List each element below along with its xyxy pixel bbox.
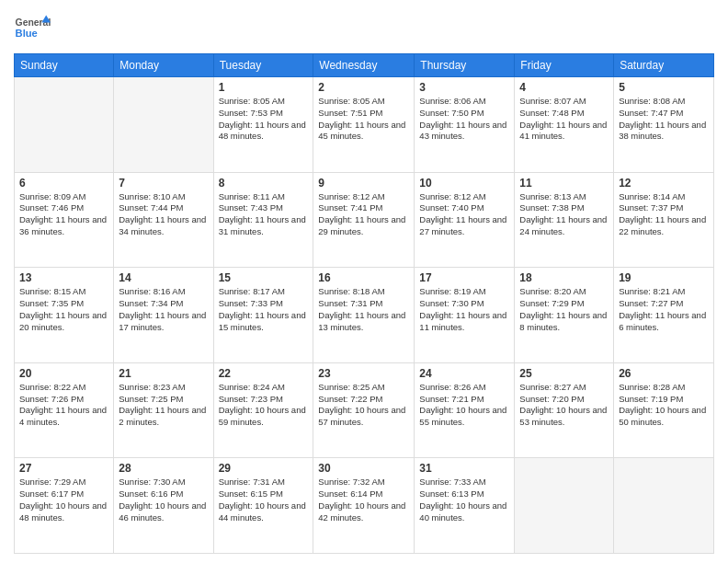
calendar-cell: 14Sunrise: 8:16 AM Sunset: 7:34 PM Dayli…	[114, 268, 213, 363]
day-number: 1	[219, 81, 309, 94]
day-info: Sunrise: 8:17 AM Sunset: 7:33 PM Dayligh…	[219, 286, 309, 333]
day-info: Sunrise: 8:15 AM Sunset: 7:35 PM Dayligh…	[19, 286, 108, 333]
calendar-cell: 27Sunrise: 7:29 AM Sunset: 6:17 PM Dayli…	[15, 458, 114, 554]
day-number: 15	[219, 271, 309, 284]
calendar-cell: 2Sunrise: 8:05 AM Sunset: 7:51 PM Daylig…	[313, 77, 415, 173]
day-number: 16	[318, 271, 409, 284]
calendar-cell: 9Sunrise: 8:12 AM Sunset: 7:41 PM Daylig…	[313, 172, 415, 268]
day-number: 23	[318, 367, 409, 380]
day-number: 4	[519, 81, 609, 94]
calendar-cell: 24Sunrise: 8:26 AM Sunset: 7:21 PM Dayli…	[415, 362, 515, 458]
day-info: Sunrise: 8:11 AM Sunset: 7:43 PM Dayligh…	[219, 191, 309, 238]
day-number: 24	[419, 367, 509, 380]
day-of-week-header: Wednesday	[313, 54, 415, 77]
day-of-week-header: Thursday	[415, 54, 515, 77]
calendar-cell: 22Sunrise: 8:24 AM Sunset: 7:23 PM Dayli…	[213, 362, 313, 458]
calendar-cell: 8Sunrise: 8:11 AM Sunset: 7:43 PM Daylig…	[213, 172, 313, 268]
calendar-cell: 4Sunrise: 8:07 AM Sunset: 7:48 PM Daylig…	[515, 77, 614, 173]
day-number: 19	[619, 271, 709, 284]
day-info: Sunrise: 8:07 AM Sunset: 7:48 PM Dayligh…	[519, 96, 609, 143]
day-info: Sunrise: 8:08 AM Sunset: 7:47 PM Dayligh…	[619, 96, 709, 143]
calendar-cell: 6Sunrise: 8:09 AM Sunset: 7:46 PM Daylig…	[15, 172, 114, 268]
day-info: Sunrise: 8:13 AM Sunset: 7:38 PM Dayligh…	[519, 191, 609, 238]
calendar-cell	[614, 458, 714, 554]
day-info: Sunrise: 8:12 AM Sunset: 7:40 PM Dayligh…	[419, 191, 509, 238]
day-number: 22	[219, 367, 309, 380]
calendar-cell	[114, 77, 213, 173]
calendar-cell: 30Sunrise: 7:32 AM Sunset: 6:14 PM Dayli…	[313, 458, 415, 554]
svg-text:Blue: Blue	[16, 28, 38, 39]
day-of-week-header: Saturday	[614, 54, 714, 77]
day-info: Sunrise: 8:20 AM Sunset: 7:29 PM Dayligh…	[519, 286, 609, 333]
calendar-cell: 23Sunrise: 8:25 AM Sunset: 7:22 PM Dayli…	[313, 362, 415, 458]
calendar-cell: 29Sunrise: 7:31 AM Sunset: 6:15 PM Dayli…	[213, 458, 313, 554]
calendar-cell: 1Sunrise: 8:05 AM Sunset: 7:53 PM Daylig…	[213, 77, 313, 173]
day-info: Sunrise: 7:30 AM Sunset: 6:16 PM Dayligh…	[119, 477, 208, 523]
day-number: 18	[519, 271, 609, 284]
day-number: 20	[19, 367, 108, 380]
calendar-cell: 11Sunrise: 8:13 AM Sunset: 7:38 PM Dayli…	[515, 172, 614, 268]
day-info: Sunrise: 8:26 AM Sunset: 7:21 PM Dayligh…	[419, 382, 509, 429]
day-number: 3	[419, 81, 509, 94]
calendar-cell: 7Sunrise: 8:10 AM Sunset: 7:44 PM Daylig…	[114, 172, 213, 268]
day-number: 11	[519, 177, 609, 190]
day-number: 12	[619, 177, 709, 190]
day-number: 2	[318, 81, 409, 94]
calendar-cell: 5Sunrise: 8:08 AM Sunset: 7:47 PM Daylig…	[614, 77, 714, 173]
calendar-cell: 28Sunrise: 7:30 AM Sunset: 6:16 PM Dayli…	[114, 458, 213, 554]
calendar-cell: 20Sunrise: 8:22 AM Sunset: 7:26 PM Dayli…	[15, 362, 114, 458]
day-info: Sunrise: 8:05 AM Sunset: 7:53 PM Dayligh…	[219, 96, 309, 143]
day-info: Sunrise: 8:28 AM Sunset: 7:19 PM Dayligh…	[619, 382, 709, 429]
calendar-cell: 25Sunrise: 8:27 AM Sunset: 7:20 PM Dayli…	[515, 362, 614, 458]
calendar-cell: 10Sunrise: 8:12 AM Sunset: 7:40 PM Dayli…	[415, 172, 515, 268]
day-info: Sunrise: 8:14 AM Sunset: 7:37 PM Dayligh…	[619, 191, 709, 238]
day-info: Sunrise: 7:31 AM Sunset: 6:15 PM Dayligh…	[219, 477, 309, 523]
calendar-cell: 17Sunrise: 8:19 AM Sunset: 7:30 PM Dayli…	[415, 268, 515, 363]
day-of-week-header: Sunday	[15, 54, 114, 77]
day-number: 7	[119, 177, 208, 190]
day-info: Sunrise: 8:25 AM Sunset: 7:22 PM Dayligh…	[318, 382, 409, 429]
calendar-cell: 31Sunrise: 7:33 AM Sunset: 6:13 PM Dayli…	[415, 458, 515, 554]
day-of-week-header: Monday	[114, 54, 213, 77]
calendar-cell: 13Sunrise: 8:15 AM Sunset: 7:35 PM Dayli…	[15, 268, 114, 363]
day-info: Sunrise: 8:21 AM Sunset: 7:27 PM Dayligh…	[619, 286, 709, 333]
calendar-cell: 19Sunrise: 8:21 AM Sunset: 7:27 PM Dayli…	[614, 268, 714, 363]
calendar: SundayMondayTuesdayWednesdayThursdayFrid…	[14, 53, 714, 554]
calendar-cell: 18Sunrise: 8:20 AM Sunset: 7:29 PM Dayli…	[515, 268, 614, 363]
day-info: Sunrise: 8:24 AM Sunset: 7:23 PM Dayligh…	[219, 382, 309, 429]
calendar-cell	[515, 458, 614, 554]
day-number: 6	[19, 177, 108, 190]
day-number: 27	[19, 462, 108, 475]
day-info: Sunrise: 7:29 AM Sunset: 6:17 PM Dayligh…	[19, 477, 108, 523]
calendar-cell	[15, 77, 114, 173]
day-number: 26	[619, 367, 709, 380]
day-number: 10	[419, 177, 509, 190]
day-number: 8	[219, 177, 309, 190]
day-info: Sunrise: 8:23 AM Sunset: 7:25 PM Dayligh…	[119, 382, 208, 429]
day-info: Sunrise: 8:27 AM Sunset: 7:20 PM Dayligh…	[519, 382, 609, 429]
calendar-cell: 26Sunrise: 8:28 AM Sunset: 7:19 PM Dayli…	[614, 362, 714, 458]
day-number: 28	[119, 462, 208, 475]
day-number: 9	[318, 177, 409, 190]
day-info: Sunrise: 8:18 AM Sunset: 7:31 PM Dayligh…	[318, 286, 409, 333]
day-number: 14	[119, 271, 208, 284]
day-info: Sunrise: 8:19 AM Sunset: 7:30 PM Dayligh…	[419, 286, 509, 333]
day-info: Sunrise: 8:09 AM Sunset: 7:46 PM Dayligh…	[19, 191, 108, 238]
day-of-week-header: Tuesday	[213, 54, 313, 77]
day-info: Sunrise: 8:05 AM Sunset: 7:51 PM Dayligh…	[318, 96, 409, 143]
calendar-cell: 12Sunrise: 8:14 AM Sunset: 7:37 PM Dayli…	[614, 172, 714, 268]
day-info: Sunrise: 8:10 AM Sunset: 7:44 PM Dayligh…	[119, 191, 208, 238]
calendar-cell: 16Sunrise: 8:18 AM Sunset: 7:31 PM Dayli…	[313, 268, 415, 363]
day-info: Sunrise: 7:33 AM Sunset: 6:13 PM Dayligh…	[419, 477, 509, 523]
day-info: Sunrise: 8:12 AM Sunset: 7:41 PM Dayligh…	[318, 191, 409, 238]
day-of-week-header: Friday	[515, 54, 614, 77]
day-number: 5	[619, 81, 709, 94]
day-number: 31	[419, 462, 509, 475]
calendar-cell: 15Sunrise: 8:17 AM Sunset: 7:33 PM Dayli…	[213, 268, 313, 363]
day-number: 30	[318, 462, 409, 475]
day-number: 17	[419, 271, 509, 284]
day-info: Sunrise: 7:32 AM Sunset: 6:14 PM Dayligh…	[318, 477, 409, 523]
day-info: Sunrise: 8:06 AM Sunset: 7:50 PM Dayligh…	[419, 96, 509, 143]
day-number: 21	[119, 367, 208, 380]
calendar-cell: 3Sunrise: 8:06 AM Sunset: 7:50 PM Daylig…	[415, 77, 515, 173]
